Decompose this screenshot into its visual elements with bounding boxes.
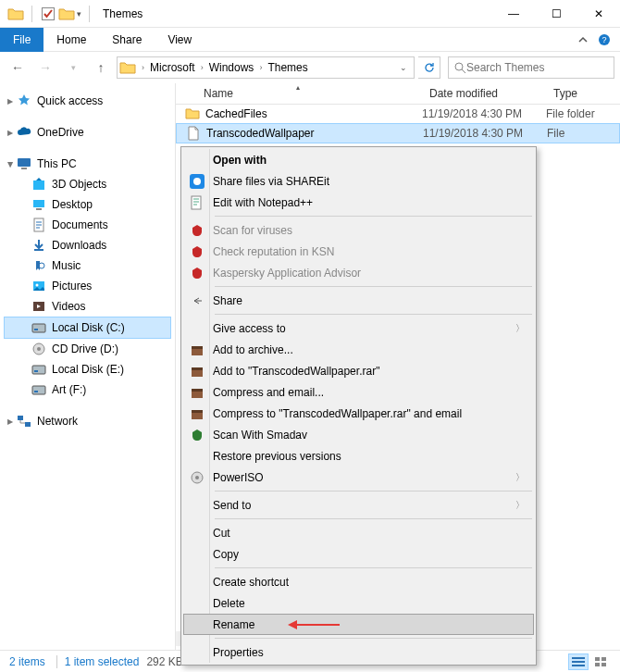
menu-share[interactable]: Share: [183, 290, 534, 311]
svg-line-4: [462, 69, 465, 73]
sidebar-item-onedrive[interactable]: ▶ OneDrive: [4, 122, 171, 143]
chevron-right-icon[interactable]: ›: [140, 63, 146, 72]
separator: [215, 286, 532, 287]
menu-add-archive[interactable]: Add to archive...: [183, 339, 534, 360]
menu-cut[interactable]: Cut: [183, 522, 534, 543]
menu-copy[interactable]: Copy: [183, 543, 534, 565]
file-tab[interactable]: File: [0, 28, 43, 52]
chevron-right-icon[interactable]: ▶: [7, 129, 13, 137]
sidebar-item-this-pc[interactable]: ▶ This PC: [4, 154, 171, 174]
recent-dropdown-icon[interactable]: ▾: [61, 56, 85, 80]
sidebar-item[interactable]: Documents: [4, 215, 171, 235]
back-button[interactable]: ←: [6, 56, 30, 80]
column-date[interactable]: Date modified: [422, 87, 546, 100]
minimize-button[interactable]: —: [492, 0, 535, 28]
menu-compress-rar-email[interactable]: Compress to "TranscodedWallpaper.rar" an…: [183, 403, 534, 424]
sidebar-item-label: Documents: [52, 218, 108, 231]
search-box[interactable]: [448, 56, 614, 79]
help-button[interactable]: ?: [598, 33, 620, 46]
menu-scan-virus[interactable]: Scan for viruses: [183, 219, 534, 241]
drive-icon: [31, 299, 46, 314]
svg-rect-20: [32, 366, 45, 374]
sidebar-item[interactable]: Local Disk (E:): [4, 359, 171, 380]
chevron-right-icon[interactable]: ▶: [7, 417, 13, 426]
file-name: TranscodedWallpaper: [206, 127, 315, 140]
menu-delete[interactable]: Delete: [183, 592, 534, 614]
forward-button[interactable]: →: [33, 56, 57, 80]
maximize-button[interactable]: ☐: [535, 0, 577, 28]
menu-send-to[interactable]: Send to〉: [183, 494, 534, 516]
sidebar-item[interactable]: Local Disk (C:): [4, 317, 171, 339]
column-name[interactable]: Name ▴: [176, 87, 422, 100]
sidebar-item[interactable]: Art (F:): [4, 380, 171, 400]
sort-asc-icon: ▴: [296, 83, 300, 92]
menu-notepadpp[interactable]: Edit with Notepad++: [183, 192, 534, 213]
breadcrumb[interactable]: Windows: [205, 61, 258, 74]
breadcrumb[interactable]: Themes: [264, 61, 311, 74]
titlebar: ▾ Themes — ☐ ✕: [0, 0, 620, 28]
separator: [215, 567, 532, 568]
sidebar-item-label: Videos: [52, 300, 85, 313]
menu-rename[interactable]: Rename: [183, 614, 534, 635]
file-type: File folder: [546, 107, 620, 120]
navigation-pane[interactable]: ▶ Quick access ▶ OneDrive ▶ This PC 3D O…: [0, 83, 176, 650]
chevron-right-icon[interactable]: ▶: [7, 97, 13, 106]
address-bar[interactable]: › Microsoft › Windows › Themes ⌄: [117, 56, 415, 79]
expand-ribbon-icon[interactable]: [577, 34, 598, 45]
qat-dropdown-icon[interactable]: ▾: [77, 9, 81, 19]
share-tab[interactable]: Share: [99, 28, 155, 52]
sidebar-item-label: Local Disk (C:): [52, 321, 125, 334]
svg-rect-9: [36, 208, 42, 210]
menu-kav-advisor[interactable]: Kaspersky Application Advisor: [183, 262, 534, 283]
sidebar-item-label: CD Drive (D:): [52, 342, 118, 355]
sidebar-item-label: Desktop: [52, 198, 93, 211]
view-tab[interactable]: View: [155, 28, 205, 52]
menu-check-ksn[interactable]: Check reputation in KSN: [183, 241, 534, 262]
history-dropdown-icon[interactable]: ⌄: [395, 63, 412, 72]
refresh-button[interactable]: [418, 56, 440, 79]
sidebar-item[interactable]: Pictures: [4, 276, 171, 296]
icons-view-button[interactable]: [590, 653, 611, 670]
menu-compress-email[interactable]: Compress and email...: [183, 381, 534, 403]
menu-add-rar[interactable]: Add to "TranscodedWallpaper.rar": [183, 360, 534, 381]
chevron-down-icon[interactable]: ▶: [6, 161, 15, 167]
search-input[interactable]: [466, 61, 608, 74]
menu-give-access[interactable]: Give access to〉: [183, 317, 534, 339]
sidebar-item[interactable]: 3D Objects: [4, 174, 171, 194]
chevron-right-icon[interactable]: ›: [199, 63, 205, 72]
breadcrumb[interactable]: Microsoft: [146, 61, 199, 74]
menu-shareit[interactable]: Share files via SHAREit: [183, 170, 534, 192]
svg-rect-42: [572, 665, 585, 666]
menu-restore[interactable]: Restore previous versions: [183, 445, 534, 467]
chevron-right-icon[interactable]: ›: [257, 63, 264, 72]
sidebar-item[interactable]: Desktop: [4, 194, 171, 215]
sidebar-item-quick-access[interactable]: ▶ Quick access: [4, 91, 171, 111]
drive-icon: [31, 218, 46, 232]
menu-open-with[interactable]: Open with: [183, 149, 534, 170]
sidebar-item[interactable]: Music: [4, 255, 171, 276]
column-type[interactable]: Type: [546, 87, 620, 100]
svg-rect-11: [34, 249, 43, 251]
checkbox-checked-icon[interactable]: [40, 6, 56, 22]
up-button[interactable]: ↑: [89, 56, 113, 80]
menu-create-shortcut[interactable]: Create shortcut: [183, 571, 534, 592]
menu-properties[interactable]: Properties: [183, 641, 534, 663]
svg-point-27: [193, 178, 201, 185]
svg-rect-7: [33, 180, 44, 190]
sidebar-item[interactable]: CD Drive (D:): [4, 339, 171, 359]
menu-poweriso[interactable]: PowerISO〉: [183, 467, 534, 488]
folder-icon[interactable]: [58, 6, 75, 22]
file-row[interactable]: TranscodedWallpaper11/19/2018 4:30 PMFil…: [176, 123, 620, 143]
menu-smadav[interactable]: Scan With Smadav: [183, 424, 534, 445]
home-tab[interactable]: Home: [43, 28, 99, 52]
sidebar-item[interactable]: Videos: [4, 296, 171, 317]
sidebar-item[interactable]: Downloads: [4, 235, 171, 255]
details-view-button[interactable]: [568, 653, 589, 670]
sidebar-item-label: Local Disk (E:): [52, 363, 124, 376]
file-list[interactable]: CachedFiles11/19/2018 4:30 PMFile folder…: [176, 105, 620, 143]
sidebar-item-network[interactable]: ▶ Network: [4, 411, 171, 431]
svg-rect-25: [25, 422, 31, 427]
network-icon: [17, 414, 31, 429]
close-button[interactable]: ✕: [577, 0, 620, 28]
file-row[interactable]: CachedFiles11/19/2018 4:30 PMFile folder: [176, 105, 620, 123]
